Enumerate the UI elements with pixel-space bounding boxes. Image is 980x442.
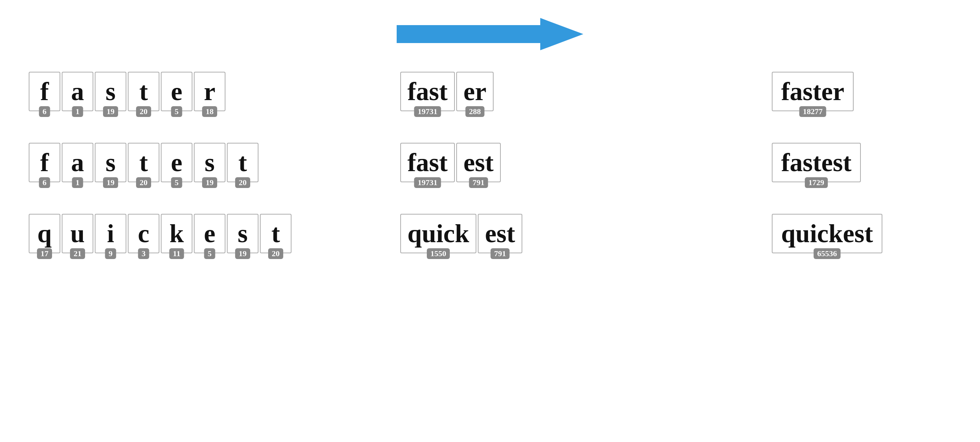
char-letter-fastest-3: t [139, 150, 148, 176]
char-letter-quickest-0: q [37, 221, 52, 247]
word-box-quickest: quickest65536 [772, 214, 882, 253]
bpe-id-quickest-1: 791 [491, 248, 510, 259]
char-box-faster-2: s19 [95, 72, 126, 111]
bpe-id-faster-1: 288 [465, 106, 484, 117]
bpe-id-fastest-0: 19731 [414, 177, 441, 188]
content-area: f6a1s19t20e5r18f6a1s19t20e5s19t20q17u21i… [0, 72, 980, 263]
char-id-quickest-1: 21 [70, 248, 85, 259]
char-box-quickest-4: k11 [161, 214, 192, 253]
char-group-faster: f6a1s19t20e5r18 [29, 72, 226, 111]
char-id-fastest-6: 20 [235, 177, 250, 188]
word-group-fastest: fastest1729 [772, 143, 861, 182]
char-token-fastest-2: s19 [95, 143, 126, 182]
bpe-token-faster-0: fast19731 [400, 72, 455, 111]
char-box-faster-3: t20 [128, 72, 159, 111]
word-box-fastest: fastest1729 [772, 143, 861, 182]
char-box-quickest-0: q17 [29, 214, 60, 253]
header-row [0, 14, 980, 50]
char-token-quickest-1: u21 [62, 214, 93, 253]
char-id-faster-0: 6 [39, 106, 50, 117]
column-char: f6a1s19t20e5r18f6a1s19t20e5s19t20q17u21i… [29, 72, 280, 263]
char-box-faster-5: r18 [194, 72, 226, 111]
char-token-fastest-1: a1 [62, 143, 93, 182]
char-letter-faster-4: e [171, 79, 182, 105]
bpe-token-fastest-0: fast19731 [400, 143, 455, 182]
bpe-box-faster-0: fast19731 [400, 72, 455, 111]
word-id-quickest: 65536 [814, 248, 841, 259]
char-id-faster-3: 20 [136, 106, 151, 117]
char-token-quickest-7: t20 [260, 214, 291, 253]
char-id-fastest-4: 5 [171, 177, 182, 188]
char-id-quickest-4: 11 [169, 248, 184, 259]
bpe-box-fastest-0: fast19731 [400, 143, 455, 182]
char-token-fastest-6: t20 [227, 143, 258, 182]
char-id-fastest-3: 20 [136, 177, 151, 188]
char-letter-fastest-2: s [105, 150, 116, 176]
char-token-quickest-2: i9 [95, 214, 126, 253]
left-header-label [43, 20, 165, 44]
char-group-fastest: f6a1s19t20e5s19t20 [29, 143, 258, 182]
char-id-faster-4: 5 [171, 106, 182, 117]
char-letter-quickest-2: i [107, 221, 114, 247]
bpe-box-quickest-1: est791 [478, 214, 522, 253]
char-box-quickest-1: u21 [62, 214, 93, 253]
char-token-faster-2: s19 [95, 72, 126, 111]
bpe-text-quickest-0: quick [407, 221, 469, 247]
char-token-faster-3: t20 [128, 72, 159, 111]
char-id-quickest-3: 3 [138, 248, 150, 259]
char-token-fastest-0: f6 [29, 143, 60, 182]
char-box-faster-0: f6 [29, 72, 60, 111]
char-box-fastest-3: t20 [128, 143, 159, 182]
char-id-quickest-2: 9 [105, 248, 116, 259]
char-token-faster-1: a1 [62, 72, 93, 111]
bpe-text-fastest-1: est [463, 150, 493, 176]
char-letter-quickest-4: k [169, 221, 184, 247]
bpe-token-fastest-1: est791 [456, 143, 501, 182]
char-letter-quickest-1: u [70, 221, 85, 247]
char-box-faster-1: a1 [62, 72, 93, 111]
bpe-box-quickest-0: quick1550 [400, 214, 476, 253]
char-id-quickest-6: 19 [235, 248, 250, 259]
word-token-faster: faster18277 [772, 72, 854, 111]
char-token-faster-4: e5 [161, 72, 192, 111]
char-letter-faster-3: t [139, 79, 148, 105]
char-letter-faster-0: f [40, 79, 49, 105]
char-id-fastest-1: 1 [72, 177, 83, 188]
char-box-fastest-5: s19 [194, 143, 226, 182]
char-id-quickest-7: 20 [268, 248, 283, 259]
svg-marker-0 [397, 18, 583, 50]
char-letter-fastest-1: a [71, 150, 84, 176]
char-token-quickest-6: s19 [227, 214, 258, 253]
arrow-container [397, 14, 583, 50]
bpe-text-fastest-0: fast [407, 150, 448, 176]
char-letter-quickest-7: t [271, 221, 280, 247]
char-id-faster-1: 1 [72, 106, 83, 117]
char-box-fastest-4: e5 [161, 143, 192, 182]
char-letter-faster-5: r [204, 79, 215, 105]
bpe-token-quickest-1: est791 [478, 214, 522, 253]
char-id-quickest-5: 5 [204, 248, 215, 259]
char-box-fastest-2: s19 [95, 143, 126, 182]
word-token-fastest: fastest1729 [772, 143, 861, 182]
char-id-fastest-5: 19 [202, 177, 217, 188]
bpe-box-faster-1: er288 [456, 72, 493, 111]
bpe-id-fastest-1: 791 [469, 177, 488, 188]
char-box-fastest-6: t20 [227, 143, 258, 182]
bpe-id-quickest-0: 1550 [427, 248, 450, 259]
word-id-fastest: 1729 [805, 177, 828, 188]
bpe-token-quickest-0: quick1550 [400, 214, 476, 253]
char-token-fastest-5: s19 [194, 143, 226, 182]
right-header-label [815, 20, 937, 44]
char-letter-fastest-6: t [239, 150, 247, 176]
word-box-faster: faster18277 [772, 72, 854, 111]
bpe-group-fastest: fast19731est791 [400, 143, 501, 182]
word-group-quickest: quickest65536 [772, 214, 882, 253]
bpe-group-faster: fast19731er288 [400, 72, 493, 111]
word-id-faster: 18277 [799, 106, 826, 117]
bpe-id-faster-0: 19731 [414, 106, 441, 117]
bpe-box-fastest-1: est791 [456, 143, 501, 182]
arrow-icon [397, 18, 583, 50]
char-id-fastest-2: 19 [103, 177, 118, 188]
char-box-quickest-2: i9 [95, 214, 126, 253]
char-letter-fastest-5: s [205, 150, 215, 176]
